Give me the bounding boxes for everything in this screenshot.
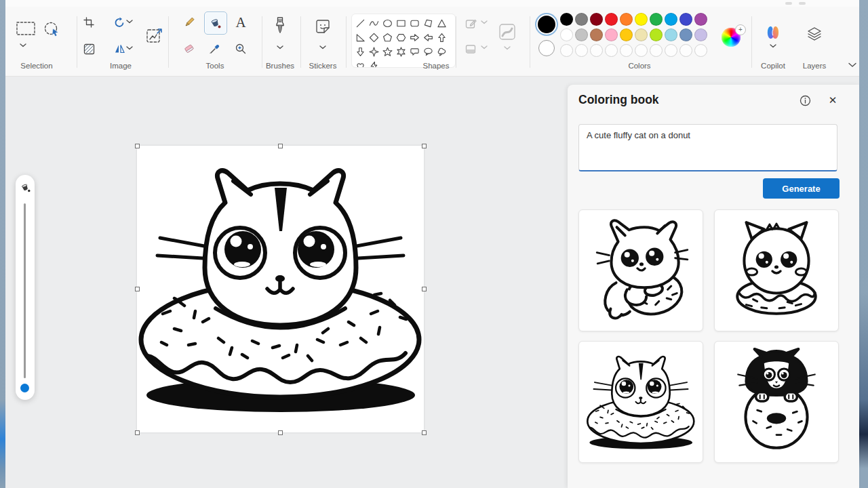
shape-lightning[interactable] (367, 59, 380, 68)
eraser-button[interactable] (180, 39, 199, 58)
slider-track[interactable] (24, 203, 26, 378)
shape-curve[interactable] (367, 16, 380, 30)
background-color[interactable] (538, 40, 555, 56)
shape-heart[interactable] (353, 59, 367, 68)
layers-button[interactable] (805, 24, 824, 43)
text-tool-button[interactable]: A (231, 13, 250, 32)
color-swatch[interactable] (620, 28, 633, 41)
slider-thumb[interactable] (20, 384, 29, 392)
line-size-button[interactable] (496, 20, 519, 43)
color-swatch[interactable] (679, 13, 692, 26)
remove-background-button[interactable] (80, 40, 98, 58)
color-swatch[interactable] (694, 13, 707, 26)
color-swatch[interactable] (575, 28, 588, 41)
resize-image-button[interactable] (144, 25, 165, 47)
shape-rectangle[interactable] (394, 16, 408, 30)
empty-color-slot[interactable] (650, 44, 663, 57)
foreground-color[interactable] (536, 14, 557, 35)
crop-button[interactable] (80, 14, 98, 31)
shape-rounded-rectangle[interactable] (408, 16, 421, 30)
shape-star-4[interactable] (367, 45, 380, 59)
empty-color-slot[interactable] (635, 44, 648, 57)
shape-oval[interactable] (380, 16, 394, 30)
shape-speech-cloud[interactable] (435, 45, 448, 59)
shape-arrow-right[interactable] (408, 30, 421, 45)
selection-handle[interactable] (278, 430, 283, 435)
empty-color-slot[interactable] (605, 44, 618, 57)
shape-polygon[interactable] (421, 16, 435, 30)
shape-right-triangle[interactable] (353, 30, 367, 45)
color-swatch[interactable] (635, 13, 648, 26)
color-swatch[interactable] (575, 13, 588, 26)
shape-fill-chevron[interactable] (481, 45, 488, 49)
thumbnail-cat-hugging-donut[interactable] (578, 209, 703, 331)
selection-handle[interactable] (135, 430, 140, 435)
pencil-button[interactable] (180, 13, 199, 32)
color-swatch[interactable] (605, 28, 618, 41)
selection-handle[interactable] (422, 430, 427, 435)
add-color-badge[interactable]: + (735, 24, 746, 35)
thumbnail-cat-inside-donut-ring[interactable] (578, 341, 703, 463)
color-swatch[interactable] (679, 28, 692, 41)
shape-pentagon[interactable] (380, 30, 394, 45)
copilot-button[interactable] (764, 23, 783, 42)
empty-color-slot[interactable] (679, 44, 692, 57)
shape-arrow-down[interactable] (353, 45, 367, 59)
shape-line[interactable] (353, 16, 367, 30)
color-swatch[interactable] (650, 13, 663, 26)
selection-handle[interactable] (278, 144, 283, 148)
selection-handle[interactable] (135, 287, 140, 291)
rectangle-select-button[interactable] (12, 18, 39, 39)
canvas[interactable] (137, 146, 424, 432)
color-swatch[interactable] (650, 28, 663, 41)
empty-color-slot[interactable] (665, 44, 677, 57)
color-swatch[interactable] (665, 28, 677, 41)
thumbnail-black-white-cat-peeking-over-donut[interactable] (714, 341, 839, 463)
color-swatch[interactable] (590, 13, 603, 26)
brushes-button[interactable] (271, 15, 290, 39)
ribbon-collapse-chevron[interactable] (848, 62, 857, 68)
shape-star-5[interactable] (380, 45, 394, 59)
color-swatch[interactable] (694, 28, 707, 41)
fill-tool-button[interactable] (204, 12, 227, 35)
info-button[interactable] (797, 93, 812, 108)
stickers-button[interactable] (313, 16, 332, 37)
empty-color-slot[interactable] (590, 44, 603, 57)
prompt-input[interactable]: A cute fluffy cat on a donut (578, 124, 837, 171)
color-picker-button[interactable] (205, 39, 224, 58)
thumbnail-fluffy-cat-sitting-on-donut[interactable] (714, 209, 839, 331)
brushes-dropdown-chevron[interactable] (277, 45, 283, 49)
shape-arrow-left[interactable] (421, 30, 435, 45)
shape-speech-oval[interactable] (421, 45, 435, 59)
color-swatch[interactable] (560, 13, 573, 26)
empty-color-slot[interactable] (575, 44, 588, 57)
free-select-button[interactable] (41, 19, 64, 41)
shape-outline-button[interactable] (462, 16, 481, 32)
close-button[interactable]: ✕ (825, 93, 840, 108)
rotate-dropdown-chevron[interactable] (126, 20, 133, 24)
empty-color-slot[interactable] (620, 44, 633, 57)
stickers-dropdown-chevron[interactable] (319, 45, 326, 49)
shape-star-6[interactable] (394, 45, 408, 59)
selection-handle[interactable] (135, 144, 140, 148)
shape-diamond[interactable] (367, 30, 380, 45)
line-size-chevron[interactable] (504, 46, 511, 50)
selection-dropdown-chevron[interactable] (20, 43, 26, 47)
color-swatch[interactable] (590, 28, 603, 41)
copilot-dropdown-chevron[interactable] (770, 44, 776, 48)
shape-arrow-up[interactable] (435, 30, 448, 45)
color-swatch[interactable] (620, 13, 633, 26)
shape-outline-chevron[interactable] (481, 20, 488, 24)
selection-handle[interactable] (422, 287, 427, 291)
empty-color-slot[interactable] (694, 44, 707, 57)
color-swatch[interactable] (605, 13, 618, 26)
color-swatch[interactable] (665, 13, 677, 26)
color-swatch[interactable] (635, 28, 648, 41)
shape-speech-rounded[interactable] (408, 45, 421, 59)
empty-color-slot[interactable] (560, 44, 573, 57)
magnifier-button[interactable] (231, 39, 250, 58)
shape-fill-button[interactable] (462, 41, 481, 57)
generate-button[interactable]: Generate (763, 178, 840, 199)
shape-hexagon[interactable] (394, 30, 408, 45)
shape-triangle[interactable] (435, 16, 448, 30)
